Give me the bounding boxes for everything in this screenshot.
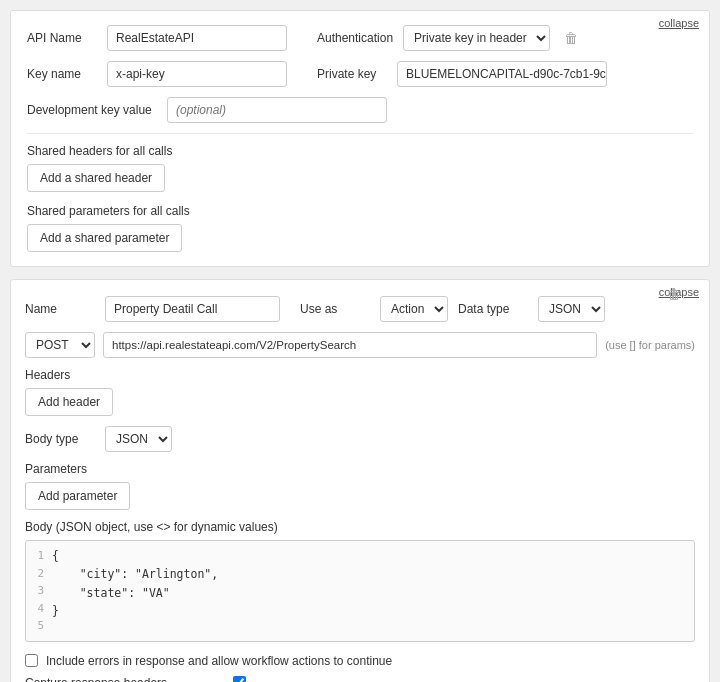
capture-checkbox[interactable] xyxy=(233,676,246,682)
key-name-input[interactable] xyxy=(107,61,287,87)
auth-delete-icon[interactable]: 🗑 xyxy=(564,30,578,46)
body-editor[interactable]: 12345 { "city": "Arlington", "state": "V… xyxy=(25,540,695,642)
private-key-value: BLUEMELONCAPITAL-d90c-7cb1-9cd6-d64 xyxy=(397,61,607,87)
data-type-select[interactable]: JSON xyxy=(538,296,605,322)
api-card: collapse API Name Authentication Private… xyxy=(10,10,710,267)
add-shared-param-btn[interactable]: Add a shared parameter xyxy=(27,224,182,252)
api-card-collapse[interactable]: collapse xyxy=(659,17,699,29)
private-key-label: Private key xyxy=(317,67,387,81)
add-parameter-btn[interactable]: Add parameter xyxy=(25,482,130,510)
call-card: collapse 🗑 Name Use as Action Data type … xyxy=(10,279,710,682)
call-delete-icon[interactable]: 🗑 xyxy=(667,286,681,302)
use-as-select[interactable]: Action xyxy=(380,296,448,322)
body-type-label: Body type xyxy=(25,432,95,446)
authentication-label: Authentication xyxy=(317,31,393,45)
capture-label: Capture response headers xyxy=(25,676,225,682)
shared-headers-label: Shared headers for all calls xyxy=(27,144,693,158)
dev-key-input[interactable] xyxy=(167,97,387,123)
use-as-label: Use as xyxy=(300,302,370,316)
body-type-select[interactable]: JSON xyxy=(105,426,172,452)
key-name-row: Key name Private key BLUEMELONCAPITAL-d9… xyxy=(27,61,693,87)
line-numbers: 12345 xyxy=(34,547,52,635)
method-select[interactable]: POST xyxy=(25,332,95,358)
api-name-input[interactable] xyxy=(107,25,287,51)
call-name-label: Name xyxy=(25,302,95,316)
capture-row: Capture response headers xyxy=(25,676,695,682)
body-label: Body (JSON object, use <> for dynamic va… xyxy=(25,520,695,534)
shared-params-label: Shared parameters for all calls xyxy=(27,204,693,218)
call-name-input[interactable] xyxy=(105,296,280,322)
api-name-label: API Name xyxy=(27,31,97,45)
authentication-select[interactable]: Private key in header xyxy=(403,25,550,51)
code-content: { "city": "Arlington", "state": "VA" } xyxy=(52,547,218,635)
error-checkbox[interactable] xyxy=(25,654,38,667)
api-name-row: API Name Authentication Private key in h… xyxy=(27,25,693,51)
add-header-btn[interactable]: Add header xyxy=(25,388,113,416)
add-shared-header-btn[interactable]: Add a shared header xyxy=(27,164,165,192)
error-row: Include errors in response and allow wor… xyxy=(25,654,695,668)
data-type-label: Data type xyxy=(458,302,528,316)
method-url-row: POST (use [] for params) xyxy=(25,332,695,358)
divider-1 xyxy=(27,133,693,134)
key-name-label: Key name xyxy=(27,67,97,81)
parameters-label: Parameters xyxy=(25,462,695,476)
url-hint: (use [] for params) xyxy=(605,339,695,351)
url-input[interactable] xyxy=(103,332,597,358)
dev-key-label: Development key value xyxy=(27,103,157,117)
error-label: Include errors in response and allow wor… xyxy=(46,654,392,668)
headers-label: Headers xyxy=(25,368,695,382)
dev-key-row: Development key value xyxy=(27,97,693,123)
body-type-row: Body type JSON xyxy=(25,426,695,452)
call-name-row: Name Use as Action Data type JSON xyxy=(25,296,695,322)
